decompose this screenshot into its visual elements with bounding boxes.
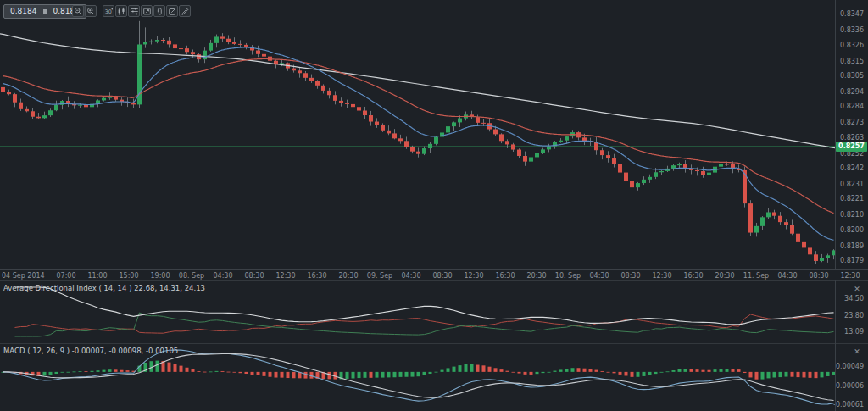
time-tick-label: 20:30 [526,272,546,280]
time-tick-label: 12:30 [275,272,295,280]
zoom-in-icon [86,7,96,16]
timeframe-30-button[interactable]: 30 [103,5,114,17]
time-tick-label: 10. Sep [555,272,581,280]
time-tick-label: 19:00 [150,272,170,280]
time-axis[interactable]: 04 Sep 201407:0011:0015:0019:0008. Sep04… [0,269,868,280]
attach-icon [155,7,164,16]
snapshot-icon [142,7,152,16]
price-axis[interactable]: 0.83470.83360.83260.83150.83050.82940.82… [835,0,868,411]
time-tick-label: 09. Sep [367,272,392,280]
indicator-settings-icon [130,7,139,16]
time-tick-label: 08:30 [620,272,640,280]
price-tick-label: 0.8326 [840,42,864,50]
price-tick-label: 0.8179 [840,257,864,265]
zoom-out-button[interactable] [72,5,84,17]
adx-panel-title: Average Directional Index ( 14, 14 ) 22.… [3,284,205,293]
time-tick-label: 04:30 [589,272,609,280]
edit-icon [168,7,177,16]
timeframe-30-icon: 30 [104,7,114,16]
macd-title-text: MACD ( 12, 26, 9 ) [3,347,70,355]
price-tick-label: 0.8347 [840,10,864,19]
chart-type-candles-icon [117,7,126,16]
time-tick-label: 04:30 [213,272,232,280]
zoom-in-button[interactable] [85,5,97,17]
time-tick-label: 16:30 [683,272,703,280]
price-tick-label: 0.8294 [840,88,864,97]
trading-chart-window: 04 Sep 201407:0011:0015:0019:0008. Sep04… [0,0,868,411]
time-tick-label: 16:30 [495,272,515,280]
current-price-badge: 0.8257 [836,142,867,152]
price-tick-label: 0.8336 [840,26,864,35]
price-tick-label: 0.8284 [840,103,864,111]
adx-tick-label: 23.80 [844,312,864,320]
macd-signal-line [3,353,834,400]
price-tick-label: 0.8273 [840,119,864,127]
price-tick-label: 0.8210 [840,211,864,219]
price-tick-label: 0.8315 [840,58,864,66]
adx-title-text: Average Directional Index ( 14, 14 ) [3,284,131,292]
time-tick-label: 15:00 [119,272,138,280]
draw-icon [181,7,190,16]
adx-panel-separator [0,280,868,281]
time-tick-label: 07:00 [56,272,75,280]
macd-panel-separator [0,343,868,344]
price-tick-label: 0.8221 [840,195,864,203]
attach-button[interactable] [153,5,165,17]
time-tick-label: 08:30 [244,272,264,280]
time-tick-label: 20:30 [338,272,358,280]
macd-tick-label: 0.00049 [836,363,864,371]
close-icon: ✕ [854,285,860,293]
zoom-out-icon [74,7,83,16]
axis-border-top [835,0,836,269]
svg-text:30: 30 [104,8,111,14]
adx-close-button[interactable]: ✕ [853,285,861,293]
time-tick-label: 04 Sep 2014 [2,272,45,280]
indicator-settings-button[interactable] [128,5,140,17]
time-tick-label: 12:30 [464,272,483,280]
adx-tick-label: 13.09 [844,328,864,336]
chart-type-candles-button[interactable] [115,5,127,17]
bid-price[interactable]: 0.8184 [10,5,37,18]
price-tick-label: 0.8231 [840,181,864,189]
time-tick-label: 08. Sep [179,272,204,280]
macd-tick-label: -0.00006 [833,382,864,391]
ma-mid-line [3,59,834,214]
main-chart-canvas[interactable] [0,0,835,269]
price-tick-label: 0.8305 [840,72,864,81]
time-tick-label: 04:30 [401,272,420,280]
macd-close-button[interactable]: ✕ [853,347,861,356]
price-tick-label: 0.8242 [840,164,864,173]
di-plus-line [15,313,834,336]
draw-button[interactable] [179,5,191,17]
ma-fast-line [3,47,834,241]
macd-title-values: -0.00007, -0.00098, -0.00105 [72,347,178,355]
time-tick-label: 04:30 [777,272,797,280]
time-tick-label: 20:30 [715,272,734,280]
price-tick-label: 0.8200 [840,226,864,235]
time-tick-label: 12:30 [652,272,671,280]
price-tick-label: 0.8189 [840,242,864,251]
adx-tick-label: 34.50 [844,295,864,303]
close-icon: ✕ [854,347,860,356]
time-tick-label: 08:30 [432,272,452,280]
macd-panel-title: MACD ( 12, 26, 9 ) -0.00007, -0.00098, -… [3,347,178,356]
time-tick-label: 08:30 [809,272,828,280]
time-tick-label: 11. Sep [743,272,769,280]
snapshot-button[interactable] [141,5,153,17]
adx-title-values: 22.68, 14.31, 24.13 [134,284,205,292]
spread-indicator-icon [43,9,47,14]
ma-long-line [0,34,835,148]
time-tick-label: 11:00 [87,272,107,280]
time-tick-label: 16:30 [307,272,326,280]
axis-border-bottom [835,280,836,411]
macd-tick-label: -0.00061 [833,401,864,409]
edit-button[interactable] [166,5,178,17]
